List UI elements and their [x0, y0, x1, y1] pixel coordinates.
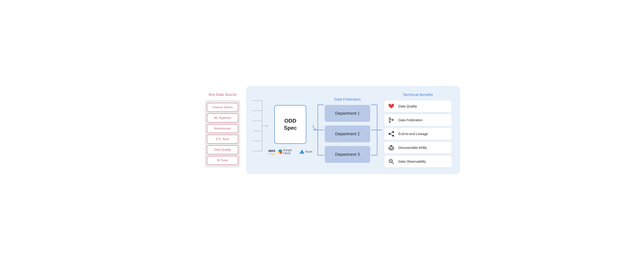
cloud-logos: aws Google Cloud Az — [268, 149, 312, 155]
source-box-ml-pipelines: ML Pipelines — [207, 113, 238, 122]
department-boxes: Department 1 Department 2 Department 3 — [325, 105, 370, 163]
google-cloud-icon — [278, 149, 282, 154]
svg-marker-8 — [267, 125, 268, 127]
any-data-source-title: Any Data Source — [208, 92, 236, 97]
svg-point-35 — [392, 148, 393, 149]
benefit-data-quality-text: Data Quality — [398, 104, 417, 108]
source-box-data-quality: Data Quality — [207, 145, 238, 154]
robot-icon — [388, 144, 395, 151]
svg-point-23 — [389, 121, 390, 123]
source-box-feature-stores: Feature Stores — [207, 103, 238, 112]
dept-box-1: Department 1 — [325, 105, 370, 122]
odd-line1: ODD — [284, 118, 296, 124]
svg-marker-9 — [274, 153, 275, 154]
aws-text: aws — [268, 149, 276, 153]
branch-icon — [388, 116, 395, 124]
svg-point-22 — [389, 118, 390, 119]
svg-point-34 — [390, 148, 391, 149]
google-cloud-logo: Google Cloud — [278, 149, 296, 155]
azure-logo: Azure — [300, 150, 312, 154]
benefit-lineage-text: End-to-end Lineage — [398, 132, 428, 136]
benefit-data-quality: Data Quality — [384, 100, 452, 112]
benefit-lineage: End-to-end Lineage — [384, 128, 452, 140]
heart-icon — [388, 103, 395, 110]
benefit-data-federation: Data Federation — [384, 114, 452, 126]
right-section: Technical Benefits Data Quality — [382, 93, 453, 167]
benefit-observability: Data Observability — [384, 156, 452, 167]
svg-point-36 — [391, 145, 392, 146]
svg-point-26 — [388, 133, 390, 135]
dept-box-3: Department 3 — [325, 146, 370, 163]
svg-point-28 — [392, 135, 394, 137]
svg-point-27 — [392, 131, 394, 133]
benefit-data-federation-text: Data Federation — [398, 118, 422, 122]
azure-icon — [300, 150, 304, 154]
connector-right — [370, 95, 382, 165]
benefit-observability-text: Data Observability — [398, 160, 426, 164]
odd-spec-box: ODD Spec — [274, 105, 306, 144]
source-box-warehouses: Warehouses — [207, 124, 238, 133]
dept-box-2: Department 2 — [325, 125, 370, 142]
left-section: Any Data Source Feature Stores ML Pipeli… — [204, 92, 241, 168]
aws-arrow-icon — [268, 153, 275, 155]
federation-section: Data Federation Department 1 Department … — [325, 97, 370, 163]
share-icon — [388, 130, 395, 138]
svg-line-30 — [390, 134, 392, 135]
aws-logo: aws — [268, 149, 276, 155]
benefit-aiml: Discoverable AI/ML — [384, 142, 452, 154]
main-bg: ODD Spec aws Google Cloud — [246, 86, 460, 174]
diagram-container: Any Data Source Feature Stores ML Pipeli… — [204, 86, 440, 174]
connector-mid — [312, 95, 325, 165]
odd-line2: Spec — [284, 125, 297, 131]
source-box-etl-tools: ETL Tools — [207, 135, 238, 144]
connector-left — [253, 95, 268, 165]
google-cloud-text: Google Cloud — [283, 149, 296, 155]
svg-line-29 — [390, 132, 392, 134]
benefits-list: Data Quality Data Federa — [384, 100, 452, 167]
source-box-bi-tools: BI Tools — [207, 156, 238, 165]
azure-text: Azure — [305, 150, 312, 153]
svg-line-40 — [392, 162, 394, 164]
technical-benefits-title: Technical Benefits — [403, 93, 433, 97]
federation-title: Data Federation — [334, 97, 361, 102]
search-icon — [388, 158, 395, 165]
svg-point-41 — [390, 160, 392, 162]
benefit-aiml-text: Discoverable AI/ML — [398, 146, 427, 150]
center-section: ODD Spec aws Google Cloud — [268, 105, 312, 155]
source-boxes-container: Feature Stores ML Pipelines Warehouses E… — [205, 100, 240, 168]
